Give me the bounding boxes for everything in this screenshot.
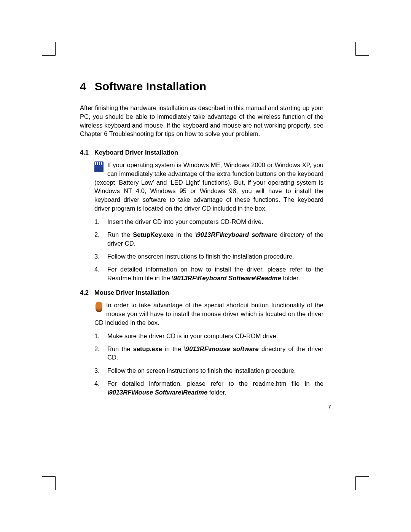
section-number: 4.1 [80,149,94,156]
text-run: Run the [107,231,133,238]
text-run: \9013RF\Mouse Software\Readme [107,389,207,396]
section-number: 4.2 [80,289,94,296]
text-run: \9013RF\Keyboard Software\Readme [172,275,281,281]
step-item: Insert the driver CD into your computers… [94,217,323,226]
text-run: \9013RF\keyboard software [195,231,277,238]
step-item: Run the SetupKey.exe in the \9013RF\keyb… [94,230,323,248]
page-number: 7 [328,404,331,411]
crop-mark-top-right [355,42,369,56]
section: 4.1Keyboard Driver InstallationIf your o… [80,149,323,282]
step-item: Run the setup.exe in the \9013RF\mouse s… [94,345,323,362]
chapter-title: Software Installation [95,80,206,93]
section-lead: If your operating system is Windows ME, … [94,161,323,213]
step-item: Make sure the driver CD is in your compu… [94,332,323,340]
text-run: SetupKey.exe [133,231,174,238]
chapter-intro: After finishing the hardware installatio… [80,104,323,138]
chapter-number: 4 [80,80,86,93]
text-run: Follow the on screen instructions to fin… [107,367,296,374]
text-run: In order to take advantage of the specia… [94,302,323,326]
step-item: Follow the on screen instructions to fin… [94,366,323,375]
text-run: folder. [207,389,226,396]
crop-mark-bottom-left [42,476,56,490]
step-list: Insert the driver CD into your computers… [94,217,323,283]
section: 4.2Mouse Driver InstallationIn order to … [80,289,323,396]
section-body: In order to take advantage of the specia… [94,301,323,396]
section-heading: 4.2Mouse Driver Installation [80,289,323,296]
text-run: For detailed information, please refer t… [107,380,323,387]
crop-mark-bottom-right [355,476,369,490]
text-run: setup.exe [133,345,162,352]
text-run: Insert the driver CD into your computers… [107,218,263,225]
text-run: in the [162,345,184,352]
page-content: 4Software Installation After finishing t… [80,80,323,403]
step-item: Follow the onscreen instructions to fini… [94,252,323,260]
section-body: If your operating system is Windows ME, … [94,161,323,282]
text-run: If your operating system is Windows ME, … [94,161,323,212]
text-run: in the [174,231,195,238]
step-item: For detailed information on how to insta… [94,265,323,282]
crop-mark-top-left [42,42,56,56]
text-run: Follow the onscreen instructions to fini… [107,253,294,260]
section-title: Mouse Driver Installation [94,289,169,296]
text-run: \9013RF\mouse software [184,345,259,352]
mouse-icon [96,302,102,312]
keyboard-icon [94,161,104,172]
text-run: folder. [281,275,300,281]
text-run: Run the [107,345,133,352]
step-item: For detailed information, please refer t… [94,379,323,396]
step-list: Make sure the driver CD is in your compu… [94,332,323,397]
text-run: Make sure the driver CD is in your compu… [107,332,278,339]
chapter-heading: 4Software Installation [80,80,323,93]
section-heading: 4.1Keyboard Driver Installation [80,149,323,156]
section-title: Keyboard Driver Installation [94,149,178,156]
section-lead: In order to take advantage of the specia… [94,301,323,327]
